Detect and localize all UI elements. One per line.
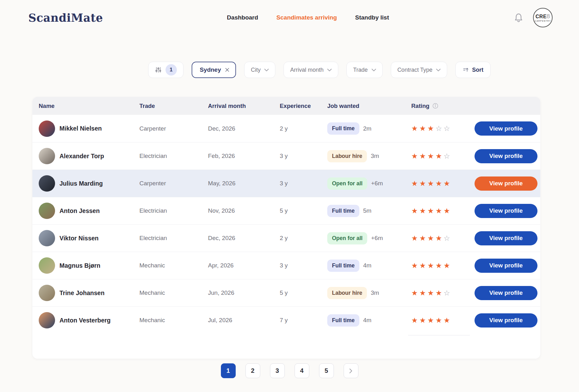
view-profile-button[interactable]: View profile: [475, 231, 537, 245]
view-profile-button[interactable]: View profile: [475, 204, 537, 218]
star-empty-icon: ☆: [436, 125, 442, 132]
view-profile-button[interactable]: View profile: [475, 259, 537, 273]
duration-value: 2m: [363, 125, 371, 132]
arrival-month-value: May, 2026: [208, 180, 280, 187]
job-type-badge: Full time: [327, 314, 359, 327]
table-row: Anton Vesterberg Mechanic Jul, 2026 7 y …: [32, 306, 540, 334]
job-type-badge: Full time: [327, 122, 359, 135]
star-filled-icon: ★: [427, 180, 434, 187]
scandimate-name: Julius Marding: [59, 180, 103, 187]
scandimate-name: Viktor Nissen: [59, 235, 98, 242]
star-filled-icon: ★: [411, 180, 418, 187]
star-filled-icon: ★: [411, 289, 418, 297]
arrival-month-value: Jul, 2026: [208, 317, 280, 324]
filters-count-button[interactable]: 1: [148, 62, 183, 78]
filter-bar: 1 Sydney City Arrival month Trade Contra…: [30, 62, 579, 78]
star-empty-icon: ☆: [444, 125, 450, 132]
page-button[interactable]: 3: [270, 363, 285, 378]
nav-item-standby-list[interactable]: Standby list: [355, 14, 389, 21]
chevron-down-icon: [327, 69, 332, 71]
scandimate-name: Anton Vesterberg: [59, 317, 111, 324]
job-type-badge: Labour hire: [327, 150, 367, 162]
view-profile-button[interactable]: View profile: [475, 149, 537, 163]
experience-value: 2 y: [280, 125, 327, 132]
dropdown-label: Trade: [353, 67, 368, 73]
nav-item-dashboard[interactable]: Dashboard: [227, 14, 258, 21]
dropdown-label: Arrival month: [290, 67, 323, 73]
arrival-month-value: Jun, 2026: [208, 289, 280, 296]
star-filled-icon: ★: [427, 262, 434, 269]
app-header: ScandiMate Dashboard Scandimates arrivin…: [0, 0, 579, 35]
experience-value: 3 y: [280, 153, 327, 160]
avatar-text-carpentry: CARPENTRY: [535, 20, 551, 22]
star-filled-icon: ★: [419, 125, 426, 132]
duration-value: 5m: [363, 207, 371, 214]
avatar: [39, 257, 55, 274]
star-filled-icon: ★: [419, 289, 426, 297]
trade-value: Electrician: [139, 207, 208, 214]
dropdown-trade[interactable]: Trade: [346, 62, 382, 78]
chevron-down-icon: [436, 69, 441, 71]
account-avatar[interactable]: CRE8 CARPENTRY: [533, 8, 553, 27]
table-row: Trine Johansen Mechanic Jun, 2026 5 y La…: [32, 279, 540, 306]
notifications-button[interactable]: [513, 12, 524, 23]
chip-label: Sydney: [200, 66, 221, 73]
avatar-text-digit: 8: [547, 13, 550, 20]
rating-stars: ★★★★★: [411, 317, 475, 324]
brand-logo: ScandiMate: [28, 11, 103, 24]
nav-item-scandimates-arriving[interactable]: Scandimates arriving: [276, 14, 337, 21]
scandimate-name: Magnus Bjørn: [59, 262, 100, 269]
star-empty-icon: ☆: [444, 289, 450, 297]
star-filled-icon: ★: [411, 262, 418, 269]
page-button[interactable]: 5: [319, 363, 334, 378]
header-right: CRE8 CARPENTRY: [513, 8, 553, 27]
page-button[interactable]: 2: [245, 363, 260, 378]
avatar: [39, 120, 55, 137]
view-profile-button[interactable]: View profile: [475, 176, 537, 191]
job-type-badge: Open for all: [327, 177, 367, 190]
experience-value: 5 y: [280, 207, 327, 214]
duration-value: +6m: [371, 235, 383, 242]
rating-stars: ★★★★★: [411, 262, 475, 269]
scandimates-table-card: Name Trade Arrival month Experience Job …: [32, 97, 540, 359]
dropdown-city[interactable]: City: [244, 62, 275, 78]
view-profile-button[interactable]: View profile: [475, 313, 537, 328]
info-icon[interactable]: [432, 103, 438, 109]
experience-value: 2 y: [280, 235, 327, 242]
sort-button[interactable]: Sort: [455, 62, 491, 78]
page-button[interactable]: 4: [295, 363, 309, 378]
sliders-icon: [155, 66, 162, 73]
rating-stars: ★★★★★: [411, 180, 475, 187]
table-body: Mikkel Nielsen Carpenter Dec, 2026 2 y F…: [32, 115, 540, 334]
avatar: [39, 230, 55, 246]
view-profile-button[interactable]: View profile: [475, 286, 537, 300]
rating-stars: ★★★★☆: [411, 235, 475, 242]
table-header: Name Trade Arrival month Experience Job …: [32, 97, 540, 115]
active-filter-chip-sydney[interactable]: Sydney: [192, 62, 236, 78]
table-row: Viktor Nissen Electrician Dec, 2026 2 y …: [32, 224, 540, 252]
star-filled-icon: ★: [436, 180, 442, 187]
page-button[interactable]: 1: [221, 363, 236, 378]
dropdown-contract-type[interactable]: Contract Type: [391, 62, 447, 78]
star-filled-icon: ★: [419, 180, 426, 187]
star-filled-icon: ★: [419, 317, 426, 324]
arrival-month-value: Dec, 2026: [208, 125, 280, 132]
star-filled-icon: ★: [436, 235, 442, 242]
column-header-arrival-month: Arrival month: [208, 103, 280, 109]
sort-icon: [463, 67, 469, 73]
duration-value: 3m: [371, 153, 379, 160]
scandimate-name: Anton Jessen: [59, 207, 100, 215]
column-header-job-wanted: Job wanted: [327, 103, 411, 109]
trade-value: Electrician: [139, 153, 208, 160]
next-page-button[interactable]: [344, 363, 358, 378]
table-row: Alexander Torp Electrician Feb, 2026 3 y…: [32, 142, 540, 170]
chevron-down-icon: [372, 69, 376, 71]
dropdown-arrival-month[interactable]: Arrival month: [284, 62, 338, 78]
applied-filters-badge: 1: [166, 64, 177, 76]
table-row: Mikkel Nielsen Carpenter Dec, 2026 2 y F…: [32, 115, 540, 142]
main-nav: Dashboard Scandimates arriving Standby l…: [103, 14, 513, 21]
view-profile-button[interactable]: View profile: [475, 121, 537, 136]
close-icon[interactable]: [225, 67, 230, 72]
column-header-rating: Rating: [411, 103, 475, 109]
avatar: [39, 148, 55, 164]
